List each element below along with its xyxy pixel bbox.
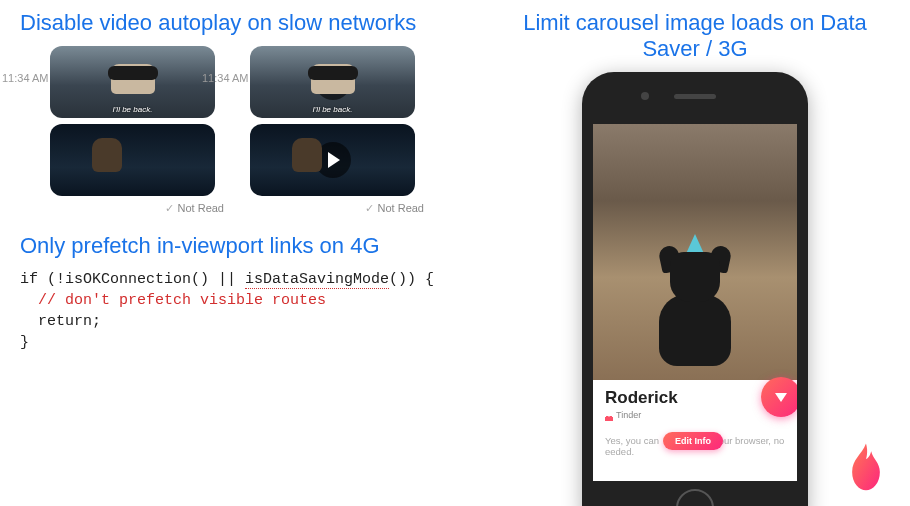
play-icon[interactable] [315,64,351,100]
video-frame-1-paused: I'll be back. [250,46,415,118]
profile-card: Roderick Tinder Yes, you can in your bro… [593,380,797,465]
info-message: Yes, you can in your browser, noeeded. E… [605,435,785,457]
read-status: Not Read [250,202,430,215]
home-button[interactable] [676,489,714,506]
chat-comparison: 11:34 AM I'll be back. Not Read 11:34 AM… [50,46,500,215]
edit-info-button[interactable]: Edit Info [663,432,723,450]
profile-photo[interactable] [593,124,797,380]
code-line-2: // don't prefetch visible routes [20,290,500,311]
phone-speaker [674,94,716,99]
profile-name: Roderick [605,388,785,408]
phone-mockup: Roderick Tinder Yes, you can in your bro… [582,72,808,506]
tinder-flame-icon [844,440,888,492]
phone-camera [641,92,649,100]
heading-autoplay: Disable video autoplay on slow networks [20,10,500,36]
code-line-3: return; [20,311,500,332]
video-subtitle: I'll be back. [250,105,415,114]
play-icon[interactable] [315,142,351,178]
code-snippet: if (!isOKConnection() || isDataSavingMod… [20,269,500,353]
timestamp: 11:34 AM [202,72,248,84]
video-frame-2 [50,124,215,196]
heading-carousel: Limit carousel image loads on Data Saver… [500,10,890,62]
read-status: Not Read [50,202,230,215]
heading-prefetch: Only prefetch in-viewport links on 4G [20,233,500,259]
brand-label: Tinder [605,410,785,421]
video-frame-1: I'll be back. [50,46,215,118]
party-hat-icon [685,234,705,256]
dog-graphic [648,246,742,366]
code-line-1: if (!isOKConnection() || isDataSavingMod… [20,269,500,290]
phone-screen: Roderick Tinder Yes, you can in your bro… [593,124,797,481]
video-subtitle: I'll be back. [50,105,215,114]
chat-col-paused: 11:34 AM I'll be back. Not Read [250,46,430,215]
code-line-4: } [20,332,500,353]
timestamp: 11:34 AM [2,72,48,84]
download-fab[interactable] [761,377,797,417]
video-frame-2-paused [250,124,415,196]
